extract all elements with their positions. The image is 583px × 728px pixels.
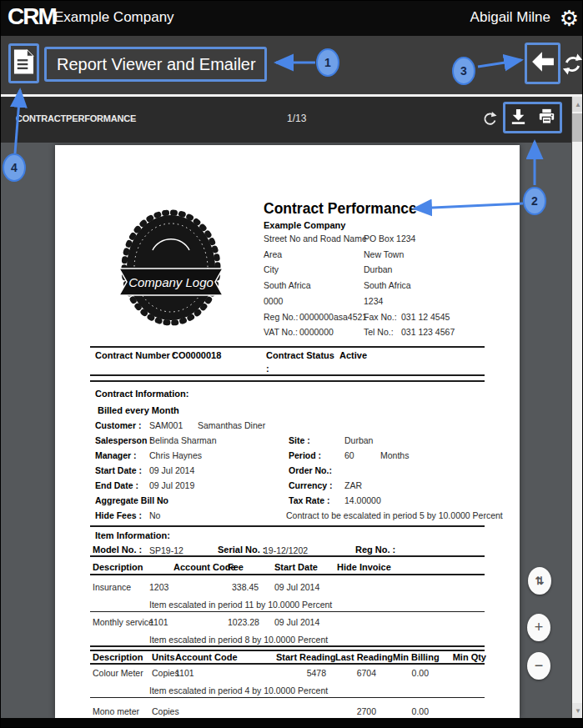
site-label: Site : [289,435,310,445]
scroll-down-icon: ▼ [575,707,581,715]
reload-button[interactable] [561,49,583,83]
column-header: Min Qty [451,652,486,662]
download-button[interactable] [511,108,525,128]
fit-to-page-button[interactable]: ⇅ [528,567,551,595]
currency-label: Currency : [289,480,333,490]
scrollbar-thumb[interactable] [572,113,583,142]
fee-row-description: Monthly service [93,617,153,627]
address-line: New Town [364,249,404,259]
document-icon [13,48,34,78]
escalation-note: Item escalated in period 4 by 10.0000 Pe… [149,685,328,695]
bottom-bar [1,718,583,728]
vertical-scrollbar[interactable]: ▲ ▼ [571,97,583,718]
divider [90,645,485,647]
callout-3: 3 [452,57,475,85]
meter-row-units: Copies [152,706,179,716]
report-document-button[interactable] [8,43,39,83]
fee-row-description: Insurance [93,582,131,592]
back-button[interactable] [525,43,560,84]
divider [90,346,485,348]
address-line: PO Box 1234 [364,233,415,244]
address-line: City [264,264,279,274]
divider [90,574,485,575]
fee-row-fee: 338.45 [232,582,259,592]
reg-no-value: 0000000asa4521 [299,312,367,322]
address-line: 1234 [364,296,383,306]
column-header: Units [152,652,175,662]
tax-rate-label: Tax Rate : [289,495,329,505]
report-page: Company Logo Contract Performance Exampl… [55,145,520,718]
serial-no-label: Serial No. : [218,545,265,555]
site-value: Durban [344,435,373,445]
report-company: Example Company [264,220,345,230]
logged-in-user[interactable]: Abigail Milne [470,9,550,26]
zoom-out-icon: − [535,657,544,675]
vat-no-label: VAT No.: [264,327,298,337]
meter-row-account: 1101 [175,668,194,678]
salesperson-label: Salesperson : [95,435,153,445]
report-name: CONTRACTPERFORMANCE [16,113,136,123]
meter-row-last-reading: 6704 [330,668,376,678]
address-line: 0000 [264,296,283,306]
fax-no-label: Fax No.: [364,312,397,322]
start-date-value: 09 Jul 2014 [149,465,194,475]
logo-text: Company Logo [128,275,214,289]
contract-status-value: Active [339,350,367,360]
scroll-up-icon: ▲ [575,101,581,108]
divider [90,525,485,527]
meter-row-start-reading: 5478 [274,668,326,678]
gear-icon[interactable]: ⚙ [560,3,579,33]
scroll-up-button[interactable]: ▲ [572,97,583,112]
column-header: Start Date [274,562,318,572]
period-unit: Months [380,450,409,460]
customer-code: SAM001 [149,420,183,430]
meter-row-min-billing: 0.00 [380,706,429,716]
scroll-down-button[interactable]: ▼ [572,703,583,718]
tel-no-value: 031 123 4567 [401,327,455,337]
meter-row-last-reading: 2700 [330,706,376,716]
refresh-report-button[interactable] [482,111,498,131]
end-date-value: 09 Jul 2019 [149,480,194,490]
divider [90,650,485,651]
fee-row-account: 1101 [149,617,168,627]
reg-no-label: Reg No.: [264,312,298,322]
order-no-label: Order No.: [289,465,332,475]
meter-row-description: Mono meter [93,706,139,716]
salesperson-value: Belinda Sharman [149,435,217,445]
print-button[interactable] [539,108,555,128]
divider [90,697,485,698]
contract-status-colon: : [266,364,269,374]
document-viewer[interactable]: Company Logo Contract Performance Exampl… [1,143,571,718]
zoom-in-button[interactable]: + [527,614,550,641]
column-header: Last Reading [335,652,387,662]
divider [90,611,485,612]
crm-logo[interactable]: CRM [8,3,56,30]
contract-number-value: CO0000018 [172,350,221,360]
fax-no-value: 031 12 4545 [401,312,450,322]
currency-value: ZAR [344,480,362,490]
column-header: Account Code [173,562,236,572]
hide-fees-value: No [149,510,160,520]
fee-row-account: 1203 [149,582,168,592]
start-date-label: Start Date : [95,465,142,475]
model-no-value: SP19-12 [149,545,183,555]
tel-no-label: Tel No.: [364,327,394,337]
zoom-out-button[interactable]: − [527,652,550,680]
back-arrow-icon [531,51,555,76]
divider [90,374,485,376]
end-date-label: End Date : [95,480,138,490]
zoom-in-icon: + [535,619,544,636]
contract-number-label: Contract Number : [95,350,176,360]
address-line: South Africa [364,280,411,290]
reg-no-item-label: Reg No. : [355,545,395,555]
hide-fees-label: Hide Fees : [95,510,142,520]
address-line: Street No and Road Name [264,233,367,244]
column-header: Hide Invoice [337,562,391,572]
meter-row-min-billing: 0.00 [380,668,429,678]
page-indicator: 1/13 [287,113,306,124]
aggregate-bill-label: Aggregate Bill : [95,495,160,505]
column-header: Description [93,562,143,572]
column-header: Account Code [175,652,238,662]
escalation-note: Item escalated in period 11 by 10.0000 P… [149,600,332,610]
column-header: Start Reading [276,652,331,662]
